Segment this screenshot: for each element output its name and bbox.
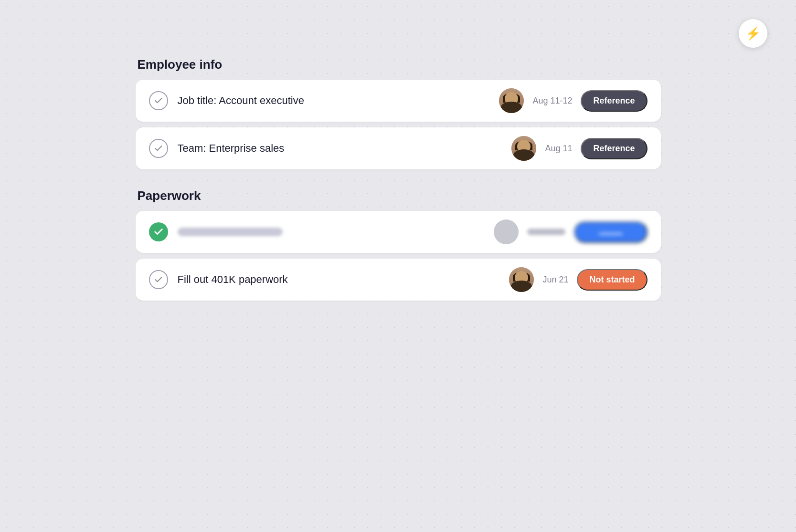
paperwork-title: Paperwork: [136, 188, 661, 203]
lightning-icon: ⚡: [745, 26, 761, 41]
401k-date: Jun 21: [542, 275, 568, 285]
check-icon-outline-401k: [149, 270, 168, 289]
check-icon-outline-team: [149, 139, 168, 158]
401k-label: Fill out 401K paperwork: [178, 273, 509, 286]
employee-info-title: Employee info: [136, 57, 661, 72]
check-icon-outline: [149, 91, 168, 110]
paperwork-blue-badge[interactable]: [574, 221, 647, 243]
paperwork-blurred-card: [136, 211, 661, 253]
blurred-date: [527, 229, 565, 235]
avatar-team: [511, 136, 536, 161]
team-label: Team: Enterprise sales: [178, 142, 512, 155]
401k-card-right: Jun 21 Not started: [509, 267, 647, 292]
check-icon-filled: [149, 222, 168, 241]
avatar-401k: [509, 267, 534, 292]
401k-card: Fill out 401K paperwork Jun 21 Not start…: [136, 259, 661, 301]
lightning-button[interactable]: ⚡: [739, 19, 767, 48]
main-container: Employee info Job title: Account executi…: [136, 57, 661, 320]
job-title-card-right: Aug 11-12 Reference: [499, 88, 647, 113]
team-reference-badge[interactable]: Reference: [581, 138, 647, 159]
blurred-label: [178, 228, 283, 236]
avatar-job-title: [499, 88, 524, 113]
job-title-card: Job title: Account executive Aug 11-12 R…: [136, 80, 661, 122]
401k-not-started-badge[interactable]: Not started: [577, 269, 647, 291]
avatar-placeholder: [494, 219, 519, 244]
team-date: Aug 11: [545, 144, 572, 154]
paperwork-section: Paperwork Fil: [136, 188, 661, 301]
employee-info-section: Employee info Job title: Account executi…: [136, 57, 661, 169]
job-title-reference-badge[interactable]: Reference: [581, 90, 647, 112]
paperwork-blurred-right: [494, 219, 647, 244]
team-card-right: Aug 11 Reference: [511, 136, 647, 161]
job-title-date: Aug 11-12: [532, 96, 572, 106]
team-card: Team: Enterprise sales Aug 11 Reference: [136, 127, 661, 169]
job-title-label: Job title: Account executive: [178, 94, 499, 107]
